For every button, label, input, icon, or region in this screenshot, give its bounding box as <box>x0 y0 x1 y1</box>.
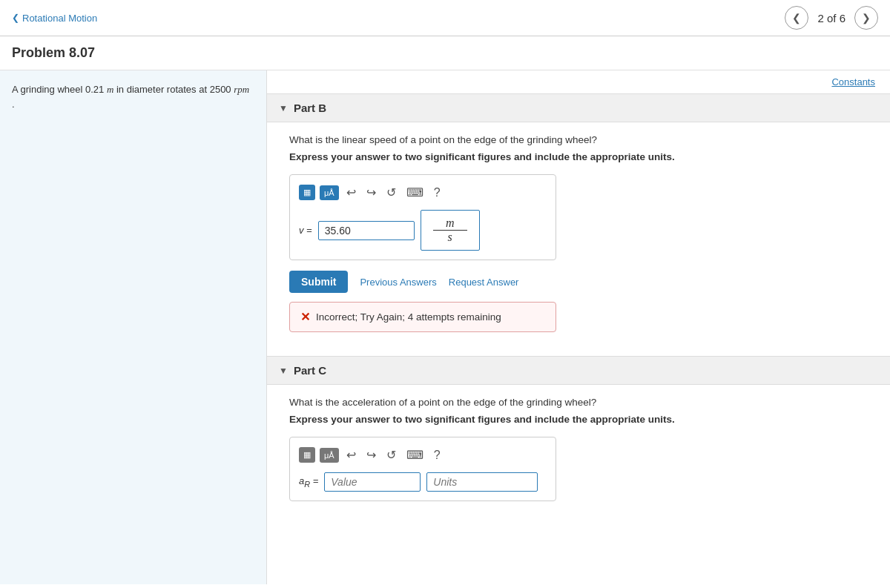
undo-button-c[interactable]: ↩ <box>343 446 359 463</box>
part-b-body: What is the linear speed of a point on t… <box>267 122 890 344</box>
part-c-answer-area: ▦ μÅ ↩ ↪ ↺ ⌨ ? aR = <box>289 437 556 501</box>
top-navigation: Rotational Motion ❮ 2 of 6 ❯ <box>0 0 890 36</box>
part-b-section: ▼ Part B What is the linear speed of a p… <box>267 93 890 344</box>
matrix-icon-c: ▦ <box>303 450 311 460</box>
part-c-header[interactable]: ▼ Part C <box>267 356 890 385</box>
problem-counter: 2 of 6 <box>817 12 846 24</box>
part-b-instruction: Express your answer to two significant f… <box>289 151 868 162</box>
main-layout: A grinding wheel 0.21 m in diameter rota… <box>0 70 890 584</box>
prev-problem-button[interactable]: ❮ <box>785 6 808 30</box>
part-b-toolbar: ▦ μÅ ↩ ↪ ↺ ⌨ ? <box>299 184 547 201</box>
part-c-arrow: ▼ <box>279 366 288 376</box>
part-b-action-row: Submit Previous Answers Request Answer <box>289 271 868 293</box>
part-b-unit-fraction: m s <box>421 210 480 251</box>
next-problem-button[interactable]: ❯ <box>854 6 878 30</box>
back-link[interactable]: Rotational Motion <box>12 13 97 24</box>
mu-icon-c: μÅ <box>324 451 334 460</box>
constants-bar: Constants <box>267 70 890 93</box>
error-message: Incorrect; Try Again; 4 attempts remaini… <box>316 311 501 323</box>
part-b-submit-button[interactable]: Submit <box>289 271 348 293</box>
part-b-answer-area: ▦ μÅ ↩ ↪ ↺ ⌨ ? v = <box>289 174 556 260</box>
left-panel: A grinding wheel 0.21 m in diameter rota… <box>0 70 267 584</box>
redo-button-b[interactable]: ↪ <box>363 184 379 201</box>
part-b-var-label: v = <box>299 225 312 236</box>
part-b-prev-answers-button[interactable]: Previous Answers <box>360 277 436 288</box>
matrix-button-c[interactable]: ▦ <box>299 447 315 463</box>
help-button-b[interactable]: ? <box>431 185 444 201</box>
reset-button-b[interactable]: ↺ <box>383 184 399 201</box>
part-c-section: ▼ Part C What is the acceleration of a p… <box>267 356 890 513</box>
problem-statement: A grinding wheel 0.21 m in diameter rota… <box>12 82 254 111</box>
mu-button-c[interactable]: μÅ <box>320 448 339 463</box>
part-c-input-row: aR = <box>299 472 547 492</box>
part-b-header[interactable]: ▼ Part B <box>267 93 890 122</box>
part-c-value-input[interactable] <box>324 472 421 492</box>
part-b-request-answer-button[interactable]: Request Answer <box>449 277 519 288</box>
part-b-value-input[interactable] <box>318 221 415 240</box>
undo-button-b[interactable]: ↩ <box>343 184 359 201</box>
mu-icon-b: μÅ <box>324 188 334 197</box>
part-b-error-box: ✕ Incorrect; Try Again; 4 attempts remai… <box>289 302 556 332</box>
keyboard-button-c[interactable]: ⌨ <box>403 446 426 463</box>
part-b-unit-numerator: m <box>433 217 467 231</box>
part-c-units-input[interactable] <box>426 472 538 492</box>
mu-button-b[interactable]: μÅ <box>320 185 339 200</box>
part-b-input-row: v = m s <box>299 210 547 251</box>
part-c-toolbar: ▦ μÅ ↩ ↪ ↺ ⌨ ? <box>299 446 547 463</box>
keyboard-button-b[interactable]: ⌨ <box>403 184 426 201</box>
problem-title: Problem 8.07 <box>12 45 95 60</box>
help-button-c[interactable]: ? <box>431 447 444 463</box>
part-c-var-label: aR = <box>299 475 318 489</box>
part-c-body: What is the acceleration of a point on t… <box>267 385 890 513</box>
matrix-button-b[interactable]: ▦ <box>299 185 315 200</box>
part-c-label: Part C <box>294 364 326 377</box>
part-b-label: Part B <box>294 102 326 114</box>
part-c-instruction: Express your answer to two significant f… <box>289 414 868 425</box>
problem-header: Problem 8.07 <box>0 36 890 70</box>
error-icon: ✕ <box>300 310 310 324</box>
section-divider <box>267 344 890 356</box>
reset-button-c[interactable]: ↺ <box>383 446 399 463</box>
part-b-unit-denominator: s <box>445 231 455 244</box>
part-b-question: What is the linear speed of a point on t… <box>289 134 868 145</box>
constants-link[interactable]: Constants <box>831 76 875 87</box>
nav-controls: ❮ 2 of 6 ❯ <box>785 6 878 30</box>
right-content: Constants ▼ Part B What is the linear sp… <box>267 70 890 584</box>
part-b-arrow: ▼ <box>279 103 288 113</box>
matrix-icon-b: ▦ <box>303 188 311 197</box>
part-c-question: What is the acceleration of a point on t… <box>289 397 868 408</box>
redo-button-c[interactable]: ↪ <box>363 446 379 463</box>
